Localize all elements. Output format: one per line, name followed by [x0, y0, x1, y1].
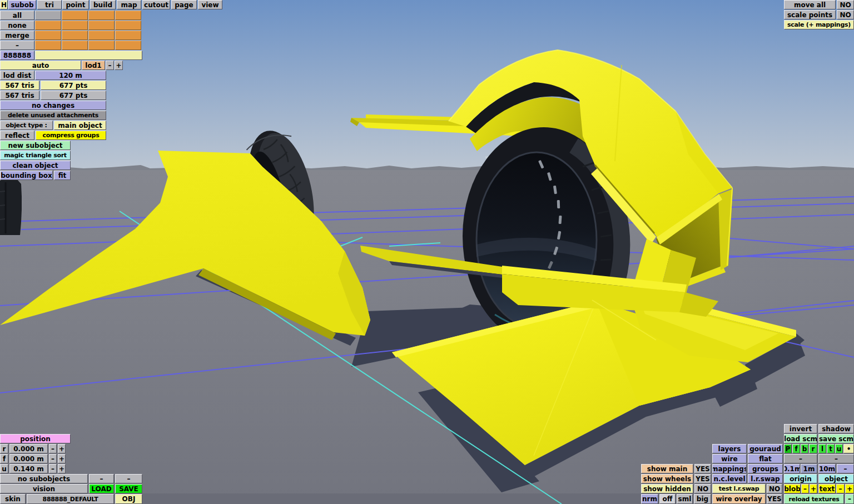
select-all-button[interactable]: all: [0, 11, 34, 20]
move-all-button[interactable]: move all: [784, 0, 836, 9]
tab-h[interactable]: H: [0, 0, 8, 9]
fit-button[interactable]: fit: [54, 171, 71, 180]
axis-u-plus-button[interactable]: +: [58, 464, 66, 473]
flat-button[interactable]: flat: [748, 454, 783, 463]
grid-01m-button[interactable]: 0.1m: [784, 464, 800, 473]
axis-r-plus-button[interactable]: +: [58, 444, 66, 453]
lod-selector[interactable]: lod1: [82, 61, 105, 70]
mappings-button[interactable]: mappings: [712, 464, 747, 473]
lod-dist-value[interactable]: 120 m: [35, 71, 106, 80]
groups-button[interactable]: groups: [748, 464, 783, 473]
text-button[interactable]: text: [818, 484, 836, 493]
reload-dash-button[interactable]: –: [845, 494, 854, 504]
axis-f-minus-button[interactable]: –: [49, 454, 57, 463]
reflect-button[interactable]: reflect: [0, 131, 34, 140]
tab-cutout[interactable]: cutout: [142, 0, 170, 9]
axis-u-value[interactable]: 0.140 m: [9, 464, 48, 473]
layer-b-toggle[interactable]: b: [801, 444, 808, 453]
subobject-dash-1[interactable]: –: [89, 474, 114, 483]
layers-button[interactable]: layers: [712, 444, 747, 453]
blob-minus-button[interactable]: –: [801, 484, 809, 493]
layer-l-toggle[interactable]: l: [818, 444, 826, 453]
grid-1m-button[interactable]: 1m: [801, 464, 817, 473]
scale-points-button[interactable]: scale points: [784, 10, 836, 19]
auto-lod-button[interactable]: auto: [0, 61, 81, 70]
shadow-button[interactable]: shadow: [818, 424, 854, 433]
merge-button[interactable]: merge: [0, 31, 34, 40]
move-all-toggle[interactable]: NO: [837, 0, 854, 9]
load-button[interactable]: LOAD: [89, 484, 114, 493]
grid-10m-button[interactable]: 10m: [818, 464, 836, 473]
scale-points-toggle[interactable]: NO: [837, 10, 854, 19]
tab-point[interactable]: point: [62, 0, 89, 9]
left-tire-fragment[interactable]: [0, 178, 22, 235]
tab-map[interactable]: map: [117, 0, 141, 9]
text-minus-button[interactable]: –: [836, 484, 845, 493]
object-button[interactable]: object: [818, 474, 854, 483]
layer-f-toggle[interactable]: f: [792, 444, 800, 453]
nrm-sml-button[interactable]: sml: [677, 494, 693, 504]
text-plus-button[interactable]: +: [845, 484, 854, 493]
tab-page[interactable]: page: [171, 0, 197, 9]
nclevel-button[interactable]: n.c.level: [712, 474, 747, 483]
wire-dash-2[interactable]: –: [818, 454, 854, 463]
name-field[interactable]: [35, 51, 142, 60]
axis-f-plus-button[interactable]: +: [58, 454, 66, 463]
origin-button[interactable]: origin: [784, 474, 817, 483]
tab-build[interactable]: build: [90, 0, 116, 9]
nrm-big-button[interactable]: big: [694, 494, 711, 504]
lod-minus-button[interactable]: –: [106, 61, 114, 70]
obj-button[interactable]: OBJ: [115, 494, 142, 504]
test-lrswap-button[interactable]: test l.r.swap: [712, 484, 766, 493]
wire-overlay-button[interactable]: wire overlay: [712, 494, 766, 504]
grid-dash-button[interactable]: –: [837, 464, 854, 473]
nrm-off-button[interactable]: off: [659, 494, 676, 504]
wire-overlay-toggle[interactable]: YES: [767, 494, 782, 504]
show-hidden-toggle[interactable]: NO: [694, 484, 711, 493]
object-type-value[interactable]: main object: [54, 121, 106, 130]
delete-unused-attachments-button[interactable]: delete unused attachments: [0, 111, 106, 120]
blob-button[interactable]: blob: [784, 484, 801, 493]
tab-subob[interactable]: subob: [8, 0, 36, 9]
reload-textures-button[interactable]: reload textures: [784, 494, 844, 504]
bounding-box-button[interactable]: bounding box: [0, 171, 53, 180]
tab-view[interactable]: view: [198, 0, 222, 9]
axis-u-minus-button[interactable]: –: [49, 464, 57, 473]
show-wheels-toggle[interactable]: YES: [694, 474, 711, 483]
select-none-button[interactable]: none: [0, 21, 34, 30]
show-hidden-button[interactable]: show hidden: [641, 484, 693, 493]
magic-triangle-sort-button[interactable]: magic triangle sort: [0, 151, 71, 160]
axis-r-value[interactable]: 0.000 m: [9, 444, 48, 453]
clean-object-button[interactable]: clean object: [0, 161, 71, 170]
wire-button[interactable]: wire: [712, 454, 747, 463]
color-id-field[interactable]: 888888: [0, 51, 34, 60]
axis-r-minus-button[interactable]: –: [49, 444, 57, 453]
compress-groups-button[interactable]: compress groups: [36, 131, 106, 140]
save-scm-button[interactable]: save scm: [818, 434, 854, 443]
wire-dash-1[interactable]: –: [784, 454, 817, 463]
gouraud-button[interactable]: gouraud: [748, 444, 783, 453]
invert-button[interactable]: invert: [784, 424, 817, 433]
blob-plus-button[interactable]: +: [810, 484, 817, 493]
load-scm-button[interactable]: load scm: [784, 434, 817, 443]
lod-plus-button[interactable]: +: [115, 61, 123, 70]
subobject-dash-2[interactable]: –: [115, 474, 142, 483]
nrm-button[interactable]: nrm: [641, 494, 658, 504]
test-lrswap-toggle[interactable]: NO: [767, 484, 782, 493]
show-wheels-button[interactable]: show wheels: [641, 474, 693, 483]
new-subobject-button[interactable]: new subobject: [0, 141, 71, 150]
layer-u-toggle[interactable]: u: [835, 444, 843, 453]
scale-mappings-button[interactable]: scale (+ mappings): [784, 20, 854, 29]
dash-button[interactable]: –: [0, 41, 34, 50]
vision-button[interactable]: vision: [0, 484, 88, 493]
axis-f-value[interactable]: 0.000 m: [9, 454, 48, 463]
layer-r-toggle[interactable]: r: [809, 444, 817, 453]
show-main-toggle[interactable]: YES: [694, 464, 711, 473]
layer-p-toggle[interactable]: P: [784, 444, 792, 453]
tab-tri[interactable]: tri: [37, 0, 62, 9]
viewport-3d[interactable]: [0, 0, 854, 504]
layer-t-toggle[interactable]: t: [827, 444, 835, 453]
skin-value[interactable]: 888888_DEFAULT: [27, 494, 114, 504]
layer-dot-toggle[interactable]: •: [843, 444, 854, 453]
show-main-button[interactable]: show main: [641, 464, 693, 473]
